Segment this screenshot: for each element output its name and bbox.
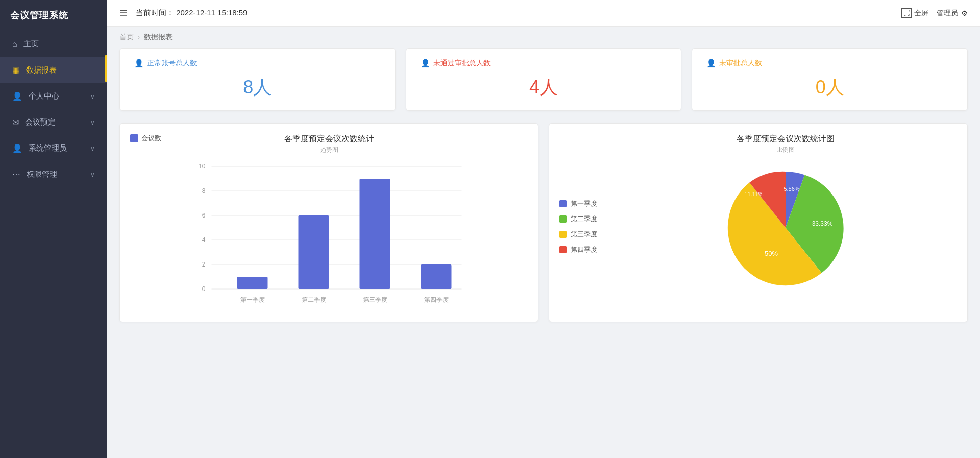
svg-text:10: 10	[199, 163, 206, 170]
fullscreen-label: 全屏	[914, 9, 928, 18]
header-actions: ⛶ 全屏 管理员 ⚙	[901, 8, 968, 18]
main-content: ☰ 当前时间： 2022-12-11 15:18:59 ⛶ 全屏 管理员 ⚙ 首…	[107, 0, 980, 458]
person-icon-orange: 👤	[706, 59, 716, 68]
report-icon: ▦	[12, 65, 20, 75]
stat-card-pending-title: 👤 未审批总人数	[706, 59, 953, 68]
pie-legend-item-q2: 第二季度	[559, 214, 597, 224]
pie-chart-wrapper: 各季度预定会议次数统计图 比例图	[614, 134, 957, 299]
header: ☰ 当前时间： 2022-12-11 15:18:59 ⛶ 全屏 管理员 ⚙	[107, 0, 980, 27]
pie-chart-header: 各季度预定会议次数统计图 比例图	[614, 134, 957, 154]
legend-box-bar	[130, 134, 138, 142]
svg-text:第三季度: 第三季度	[363, 296, 387, 303]
sidebar-item-label: 主页	[23, 39, 39, 49]
bar-q1	[237, 277, 268, 289]
legend-label-q1: 第一季度	[571, 199, 597, 208]
legend-label-q4: 第四季度	[571, 245, 597, 254]
svg-text:2: 2	[202, 261, 206, 268]
app-title: 会议管理系统	[0, 0, 107, 31]
pie-chart-title: 各季度预定会议次数统计图	[737, 134, 835, 144]
legend-color-q3	[559, 231, 567, 238]
stat-card-rejected-title: 👤 未通过审批总人数	[421, 59, 667, 68]
pie-label-q1: 5.56%	[783, 186, 799, 192]
pie-chart-card: 第一季度 第二季度 第三季度 第四季度	[549, 123, 968, 322]
pie-chart-subtitle: 比例图	[776, 146, 795, 154]
time-value: 2022-12-11 15:18:59	[176, 8, 247, 17]
home-icon: ⌂	[12, 40, 17, 49]
bar-chart-subtitle: 趋势图	[320, 146, 338, 154]
bar-chart-card: 会议数 各季度预定会议次数统计 趋势图 10 8 6 4	[119, 123, 538, 322]
page-content: 👤 正常账号总人数 8人 👤 未通过审批总人数 4人 👤 未审批总人数 0人	[107, 48, 980, 458]
sidebar-item-home[interactable]: ⌂ 主页	[0, 31, 107, 57]
legend-label-q2: 第二季度	[571, 214, 597, 224]
svg-text:第四季度: 第四季度	[424, 296, 449, 303]
breadcrumb: 首页 › 数据报表	[107, 27, 980, 48]
pie-chart-content: 第一季度 第二季度 第三季度 第四季度	[559, 134, 957, 299]
chevron-down-icon: ∨	[90, 171, 95, 178]
sidebar-item-label: 个人中心	[29, 91, 59, 101]
stat-card-normal: 👤 正常账号总人数 8人	[119, 48, 396, 111]
legend-color-q4	[559, 246, 567, 253]
bar-chart-svg: 10 8 6 4 2 0 第一季度	[130, 156, 528, 309]
sidebar-item-label: 会议预定	[25, 117, 56, 127]
sidebar-item-sys-admin[interactable]: 👤 系统管理员 ∨	[0, 135, 107, 161]
person-icon-blue: 👤	[134, 59, 144, 68]
pie-legend-item-q3: 第三季度	[559, 230, 597, 239]
pie-legend-item-q4: 第四季度	[559, 245, 597, 254]
svg-text:0: 0	[202, 285, 206, 293]
settings-icon: ⚙	[961, 9, 968, 17]
stat-cards: 👤 正常账号总人数 8人 👤 未通过审批总人数 4人 👤 未审批总人数 0人	[119, 48, 968, 111]
stat-card-rejected-value: 4人	[421, 75, 667, 100]
mail-icon: ✉	[12, 117, 19, 127]
pie-label-q3: 50%	[764, 250, 777, 257]
svg-text:6: 6	[202, 212, 206, 219]
legend-color-q1	[559, 200, 567, 207]
breadcrumb-current: 数据报表	[144, 33, 173, 42]
bar-q3	[360, 179, 390, 289]
sidebar-item-data-report[interactable]: ▦ 数据报表	[0, 57, 107, 83]
sidebar-item-label: 数据报表	[26, 65, 57, 75]
bar-q2	[299, 215, 329, 289]
stat-card-pending: 👤 未审批总人数 0人	[692, 48, 968, 111]
admin-icon: 👤	[12, 143, 22, 153]
pie-chart-legend: 第一季度 第二季度 第三季度 第四季度	[559, 134, 597, 299]
stat-card-rejected: 👤 未通过审批总人数 4人	[406, 48, 682, 111]
breadcrumb-separator: ›	[138, 34, 140, 41]
sidebar: 会议管理系统 ⌂ 主页 ▦ 数据报表 👤 个人中心 ∨ ✉ 会议预定 ∨ 👤 系…	[0, 0, 107, 458]
bar-chart-title: 各季度预定会议次数统计	[284, 134, 374, 144]
fullscreen-icon: ⛶	[901, 8, 912, 18]
chevron-down-icon: ∨	[90, 93, 95, 100]
charts-section: 会议数 各季度预定会议次数统计 趋势图 10 8 6 4	[119, 123, 968, 322]
chevron-down-icon: ∨	[90, 119, 95, 126]
pie-label-q4: 11.11%	[744, 191, 764, 197]
sidebar-nav: ⌂ 主页 ▦ 数据报表 👤 个人中心 ∨ ✉ 会议预定 ∨ 👤 系统管理员 ∨ …	[0, 31, 107, 458]
legend-label-bar: 会议数	[141, 134, 161, 143]
sidebar-item-meeting-booking[interactable]: ✉ 会议预定 ∨	[0, 109, 107, 135]
stat-card-normal-title: 👤 正常账号总人数	[134, 59, 381, 68]
svg-text:第一季度: 第一季度	[240, 296, 265, 303]
svg-text:8: 8	[202, 187, 206, 195]
breadcrumb-home[interactable]: 首页	[119, 33, 134, 42]
stat-card-normal-value: 8人	[134, 75, 381, 100]
pie-legend-item-q1: 第一季度	[559, 199, 597, 208]
menu-toggle-icon[interactable]: ☰	[119, 8, 128, 19]
stat-card-pending-value: 0人	[706, 75, 953, 100]
sidebar-item-permissions[interactable]: ⋯ 权限管理 ∨	[0, 161, 107, 187]
svg-text:第二季度: 第二季度	[302, 296, 326, 303]
admin-button[interactable]: 管理员 ⚙	[937, 9, 968, 18]
header-time: 当前时间： 2022-12-11 15:18:59	[136, 8, 901, 18]
pie-chart-svg: 5.56% 33.33% 50% 11.11%	[714, 156, 857, 299]
legend-label-q3: 第三季度	[571, 230, 597, 239]
fullscreen-button[interactable]: ⛶ 全屏	[901, 8, 928, 18]
legend-color-q2	[559, 215, 567, 223]
person-icon: 👤	[12, 91, 22, 101]
person-icon-red: 👤	[421, 59, 430, 68]
bar-q4	[421, 264, 452, 289]
bar-chart-header: 会议数 各季度预定会议次数统计 趋势图	[130, 134, 528, 154]
sidebar-item-label: 权限管理	[27, 170, 57, 179]
chevron-down-icon: ∨	[90, 145, 95, 152]
permissions-icon: ⋯	[12, 170, 20, 179]
svg-text:4: 4	[202, 236, 206, 244]
sidebar-item-label: 系统管理员	[29, 143, 67, 153]
admin-label: 管理员	[937, 9, 958, 18]
sidebar-item-personal[interactable]: 👤 个人中心 ∨	[0, 83, 107, 109]
